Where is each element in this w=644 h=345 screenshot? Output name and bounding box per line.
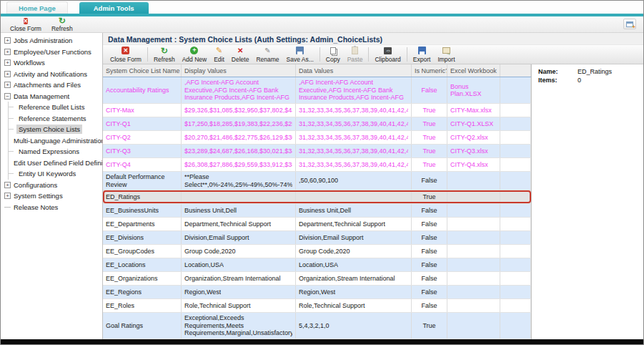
sidebar-item-label: Reference Statements (16, 114, 89, 123)
sidebar-item-configurations[interactable]: +Configurations (1, 180, 102, 191)
tab-admin-tools[interactable]: Admin Tools (79, 2, 149, 14)
refresh-button[interactable]: ↻Refresh (150, 45, 179, 64)
table-row-goal-ratings[interactable]: Goal RatingsExceptional,Exceeds Requirem… (103, 313, 531, 339)
table-row-ee-groupcodes[interactable]: EE_GroupCodesGroup Code,2020Group Code,2… (103, 245, 531, 258)
cell-data-values: Organization,Stream International (296, 272, 412, 285)
clipboard-label: Clipboard (375, 56, 400, 63)
column-header-display-values[interactable]: Display Values (182, 64, 296, 77)
refresh-button[interactable]: ↻ Refresh (46, 16, 78, 33)
expand-icon[interactable]: + (4, 182, 11, 188)
sidebar-item-workflows[interactable]: +Workflows (1, 57, 102, 69)
sidebar-item-label: Attachments and Files (14, 81, 81, 89)
clipboard-button[interactable]: <>Clipboard (371, 45, 404, 64)
delete-label: Delete (232, 56, 249, 63)
table-row-ee-organizations[interactable]: EE_OrganizationsOrganization,Stream Inte… (103, 272, 531, 286)
cell-display-values: Division,Email Support (182, 231, 296, 244)
cell-data-values: 31,32,33,34,35,36,37,38,39,40,41,42,43,4… (296, 158, 412, 171)
excel-workbook-link[interactable]: CITY-Q3.xlsx (450, 147, 488, 155)
expand-icon[interactable]: + (4, 49, 11, 55)
new-window-button[interactable] (623, 19, 636, 29)
edit-button[interactable]: ✎Edit (210, 45, 228, 64)
collapse-icon[interactable]: − (4, 93, 11, 99)
delete-button[interactable]: ✕Delete (228, 45, 253, 64)
cell-is-numeric: False (412, 218, 447, 230)
sidebar-item-jobs-administration[interactable]: +Jobs Administration (1, 35, 102, 47)
column-header-excel-workbook[interactable]: Excel Workbook (447, 64, 500, 77)
sidebar-item-system-choice-lists[interactable]: System Choice Lists (9, 124, 102, 135)
sidebar-item-reference-bullet-lists[interactable]: Reference Bullet Lists (9, 102, 102, 113)
cell-blank (500, 286, 531, 298)
table-row-default-performance-review[interactable]: Default Performance Review**Please Selec… (103, 172, 531, 190)
import-button[interactable]: Import (434, 45, 458, 64)
add-new-icon: + (189, 46, 199, 55)
excel-workbook-link[interactable]: Bonus Plan.XLSX (450, 83, 497, 98)
tab-home-page[interactable]: Home Page (6, 1, 68, 14)
expand-icon[interactable]: + (4, 82, 11, 88)
column-header-blank[interactable] (500, 64, 531, 77)
close-form-button[interactable]: ✕Close Form (106, 45, 145, 64)
copy-button[interactable]: Copy (322, 45, 344, 64)
excel-workbook-link[interactable]: CITY-Q2.xlsx (450, 134, 488, 142)
rename-button[interactable]: ✎Rename (252, 45, 282, 64)
table-row-ed-ratings[interactable]: ED_RatingsTrue (103, 190, 531, 204)
table-row-accountability-ratings[interactable]: Accountability Ratings,AFG Incent-AFG Ac… (103, 77, 531, 104)
cell-blank (500, 231, 531, 244)
table-row-city-max[interactable]: CITY-Max$29,326,$31,085,$32,950,$37,802,… (103, 104, 531, 117)
sidebar-item-multi-language-administration[interactable]: Multi-Language Administration (9, 135, 102, 147)
save-as-button[interactable]: Save As... (283, 45, 317, 64)
column-header-is-numeric-[interactable]: Is Numeric? (412, 64, 447, 77)
sidebar-item-reference-statements[interactable]: Reference Statements (9, 113, 102, 125)
sidebar-item-attachments-and-files[interactable]: +Attachments and Files (1, 79, 102, 91)
sidebar-item-release-notes[interactable]: Release Notes (1, 202, 102, 213)
close-form-button[interactable]: ✕ Close Form (5, 16, 46, 33)
sidebar-item-named-expressions[interactable]: Named Expressions (9, 146, 102, 157)
add-new-button[interactable]: +Add New (179, 45, 211, 64)
table-row-ee-departments[interactable]: EE_DepartmentsDepartment,Technical Suppo… (103, 218, 531, 231)
expand-icon[interactable]: + (4, 59, 11, 66)
cell-excel-workbook (447, 204, 500, 217)
tree-connector (9, 118, 14, 119)
table-row-city-q2[interactable]: CITY-Q2$20,270,$21,486,$22,775,$26,129,$… (103, 131, 531, 145)
table-row-ee-roles[interactable]: EE_RolesRole,Technical SupportRole,Techn… (103, 299, 531, 313)
sidebar-item-system-settings[interactable]: +System Settings (1, 190, 102, 202)
cell-blank (500, 190, 531, 203)
cell-list-name: Default Performance Review (103, 172, 182, 190)
cell-list-name: CITY-Max (103, 104, 182, 117)
table-row-ee-regions[interactable]: EE_RegionsRegion,WestRegion,WestFalse (103, 286, 531, 299)
column-header-system-choice-list-name[interactable]: System Choice List Name (103, 64, 182, 77)
cell-is-numeric: True (412, 313, 447, 339)
cell-is-numeric: False (412, 299, 447, 312)
sidebar-item-edit-user-defined-field-definitions[interactable]: Edit User Defined Field Definitions (9, 157, 102, 169)
table-row-ee-businessunits[interactable]: EE_BusinessUnitsBusiness Unit,DellBusine… (103, 204, 531, 218)
cell-data-values: 31,32,33,34,35,36,37,38,39,40,41,42,43,4… (296, 104, 412, 117)
table-row-ee-locations[interactable]: EE_LocationsLocation,USALocation,USAFals… (103, 258, 531, 272)
cell-list-name: EE_Regions (103, 286, 182, 298)
excel-workbook-link[interactable]: CITY-Q1.XLSX (450, 120, 493, 128)
expand-icon[interactable]: + (4, 71, 11, 77)
excel-workbook-link[interactable]: CITY-Max.xlsx (450, 107, 492, 115)
toolbar-separator (319, 47, 320, 62)
excel-workbook-link[interactable]: CITY-Q4.xlsx (450, 161, 488, 169)
sidebar-item-activity-and-notifications[interactable]: +Activity and Notifications (1, 69, 102, 80)
cell-is-numeric: False (412, 77, 447, 103)
table-row-city-q1[interactable]: CITY-Q1$17,250,$18,285,$19,383,$22,236,$… (103, 117, 531, 131)
cell-data-values: Group Code,2020 (296, 245, 412, 258)
tree-connector (9, 151, 14, 152)
table-row-ee-divisions[interactable]: EE_DivisionsDivision,Email SupportDivisi… (103, 231, 531, 245)
expand-icon[interactable]: + (4, 37, 11, 44)
table-row-city-q4[interactable]: CITY-Q4$26,308,$27,886,$29,559,$33,912,$… (103, 158, 531, 172)
sidebar-item-employee-user-functions[interactable]: +Employee/User Functions (1, 47, 102, 58)
sidebar-item-entity-ui-keywords[interactable]: Entity UI Keywords (9, 168, 102, 180)
cell-display-values (182, 190, 296, 203)
cell-display-values: Department,Technical Support (182, 218, 296, 230)
export-button[interactable]: Export (410, 45, 435, 64)
sidebar-item-data-management[interactable]: −Data Management (1, 91, 102, 102)
column-header-data-values[interactable]: Data Values (296, 64, 412, 77)
cell-list-name: EE_Locations (103, 258, 182, 271)
expand-icon[interactable]: + (4, 193, 11, 199)
clipboard-icon: <> (383, 46, 392, 55)
table-row-city-q3[interactable]: CITY-Q3$23,289,$24,687,$26,168,$30,021,$… (103, 145, 531, 158)
sidebar-item-label: Reference Bullet Lists (16, 102, 86, 112)
cell-excel-workbook: CITY-Q4.xlsx (447, 158, 500, 171)
cell-excel-workbook (447, 299, 500, 312)
